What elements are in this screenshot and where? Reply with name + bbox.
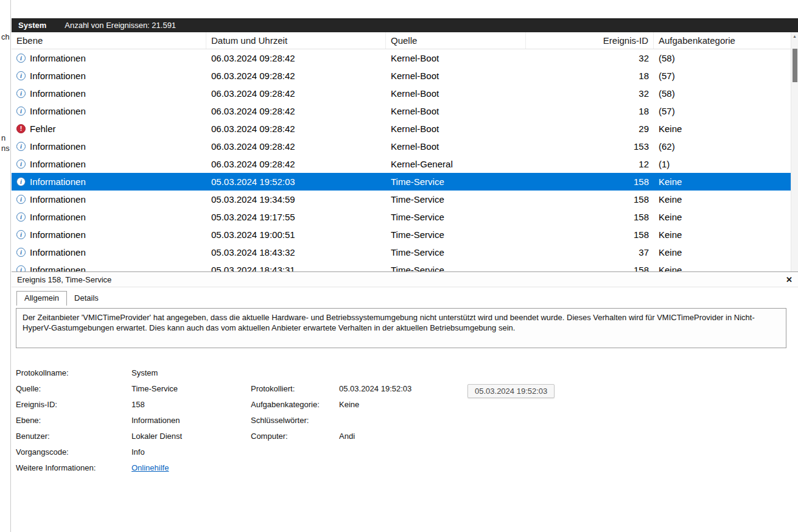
level-label: Informationen xyxy=(30,71,86,81)
event-detail-pane: Ereignis 158, Time-Service ✕ Allgemein D… xyxy=(12,271,798,532)
category-cell: Keine xyxy=(654,124,791,134)
column-header-quelle[interactable]: Quelle xyxy=(386,32,526,49)
event-row[interactable]: iInformationen05.03.2024 18:43:32Time-Se… xyxy=(12,243,791,261)
event-table-body: iInformationen06.03.2024 09:28:42Kernel-… xyxy=(12,49,791,271)
event-row[interactable]: iInformationen06.03.2024 09:28:42Kernel-… xyxy=(12,138,791,155)
nav-tree-fragment: ch xyxy=(1,32,10,41)
tab-details[interactable]: Details xyxy=(67,291,106,306)
field-value: 158 xyxy=(131,400,251,409)
datetime-cell: 06.03.2024 09:28:42 xyxy=(206,159,386,169)
level-label: Informationen xyxy=(30,141,86,152)
category-cell: (57) xyxy=(654,106,791,116)
event-id-cell: 29 xyxy=(526,124,654,134)
source-cell: Time-Service xyxy=(386,247,526,257)
field-value: Time-Service xyxy=(131,384,251,393)
source-cell: Time-Service xyxy=(386,177,526,187)
scrollbar-thumb[interactable] xyxy=(793,49,797,82)
source-cell: Kernel-Boot xyxy=(386,53,526,63)
close-icon[interactable]: ✕ xyxy=(786,275,793,284)
field-value: Info xyxy=(131,447,251,457)
info-icon: i xyxy=(16,71,26,80)
field-label: Protokollname: xyxy=(16,368,131,377)
source-cell: Time-Service xyxy=(386,194,526,205)
level-label: Informationen xyxy=(30,106,86,116)
scroll-up-icon[interactable]: ▲ xyxy=(791,34,798,38)
tab-allgemein[interactable]: Allgemein xyxy=(16,291,67,306)
error-icon: ! xyxy=(16,124,26,133)
detail-field-row: Protokollname:System xyxy=(16,365,786,380)
event-row[interactable]: iInformationen05.03.2024 19:34:59Time-Se… xyxy=(12,191,791,208)
category-cell: Keine xyxy=(654,265,791,271)
info-icon: i xyxy=(16,195,26,204)
event-row[interactable]: iInformationen05.03.2024 19:00:51Time-Se… xyxy=(12,226,791,243)
source-cell: Kernel-Boot xyxy=(386,141,526,152)
level-cell: iInformationen xyxy=(12,212,206,222)
datetime-cell: 05.03.2024 19:00:51 xyxy=(206,229,386,240)
nav-tree-sliver: ch n ns xyxy=(0,0,11,532)
level-cell: iInformationen xyxy=(12,53,206,63)
source-cell: Kernel-Boot xyxy=(386,106,526,116)
source-cell: Kernel-Boot xyxy=(386,71,526,81)
category-cell: Keine xyxy=(654,212,791,222)
source-cell: Kernel-Boot xyxy=(386,124,526,134)
event-row[interactable]: iInformationen05.03.2024 18:43:31Time-Se… xyxy=(12,261,791,271)
level-cell: iInformationen xyxy=(12,159,206,169)
info-icon: i xyxy=(16,54,26,63)
datetime-cell: 05.03.2024 18:43:31 xyxy=(206,265,386,271)
level-label: Informationen xyxy=(30,229,86,240)
event-list-scrollbar[interactable]: ▲ xyxy=(791,32,798,271)
field-value: System xyxy=(131,368,251,377)
field-label: Quelle: xyxy=(16,384,131,393)
category-cell: (57) xyxy=(654,71,791,81)
field-label: Computer: xyxy=(251,432,339,441)
event-count-label: Anzahl von Ereignissen: 21.591 xyxy=(65,21,176,30)
detail-fields: Protokollname:SystemQuelle:Time-ServiceP… xyxy=(16,365,786,475)
level-label: Informationen xyxy=(30,177,86,187)
event-row[interactable]: iInformationen06.03.2024 09:28:42Kernel-… xyxy=(12,85,791,102)
column-header-aufgabenkategorie[interactable]: Aufgabenkategorie xyxy=(654,32,791,49)
event-row[interactable]: !Fehler06.03.2024 09:28:42Kernel-Boot29K… xyxy=(12,120,791,138)
datetime-cell: 05.03.2024 19:52:03 xyxy=(206,177,386,187)
datetime-cell: 06.03.2024 09:28:42 xyxy=(206,88,386,99)
event-row[interactable]: iInformationen05.03.2024 19:52:03Time-Se… xyxy=(12,173,791,191)
datetime-cell: 06.03.2024 09:28:42 xyxy=(206,124,386,134)
field-label: Ereignis-ID: xyxy=(16,400,131,409)
level-cell: !Fehler xyxy=(12,124,206,134)
datetime-cell: 05.03.2024 19:34:59 xyxy=(206,194,386,205)
event-row[interactable]: iInformationen06.03.2024 09:28:42Kernel-… xyxy=(12,49,791,67)
column-header-datum-und-uhrzeit[interactable]: Datum und Uhrzeit xyxy=(206,32,386,49)
event-id-cell: 158 xyxy=(526,265,654,271)
level-cell: iInformationen xyxy=(12,177,206,187)
datetime-cell: 06.03.2024 09:28:42 xyxy=(206,106,386,116)
field-label: Weitere Informationen: xyxy=(16,463,131,472)
event-id-cell: 158 xyxy=(526,229,654,240)
field-label: Ebene: xyxy=(16,416,131,425)
source-cell: Time-Service xyxy=(386,212,526,222)
event-row[interactable]: iInformationen06.03.2024 09:28:42Kernel-… xyxy=(12,102,791,120)
field-value: Andi xyxy=(339,432,786,441)
category-cell: Keine xyxy=(654,247,791,257)
event-id-cell: 158 xyxy=(526,194,654,205)
level-label: Informationen xyxy=(30,194,86,205)
event-row[interactable]: iInformationen05.03.2024 19:17:55Time-Se… xyxy=(12,208,791,226)
category-cell: (58) xyxy=(654,53,791,63)
category-cell: (1) xyxy=(654,159,791,169)
column-header-ereignis-id[interactable]: Ereignis-ID xyxy=(526,32,654,49)
event-row[interactable]: iInformationen06.03.2024 09:28:42Kernel-… xyxy=(12,155,791,173)
level-cell: iInformationen xyxy=(12,229,206,240)
event-id-cell: 12 xyxy=(526,159,654,169)
event-viewer-main: System Anzahl von Ereignissen: 21.591 Eb… xyxy=(12,0,798,532)
source-cell: Time-Service xyxy=(386,265,526,271)
info-icon: i xyxy=(16,89,26,98)
column-header-ebene[interactable]: Ebene xyxy=(12,32,206,49)
field-label: Vorgangscode: xyxy=(16,447,131,457)
detail-pane-title: Ereignis 158, Time-Service xyxy=(17,275,111,284)
event-row[interactable]: iInformationen06.03.2024 09:28:42Kernel-… xyxy=(12,67,791,85)
level-cell: iInformationen xyxy=(12,71,206,81)
event-description: Der Zeitanbieter 'VMICTimeProvider' hat … xyxy=(16,308,786,348)
nav-tree-fragment: ns xyxy=(1,144,10,153)
log-title-bar: System Anzahl von Ereignissen: 21.591 xyxy=(12,18,798,32)
onlinehilfe-link[interactable]: Onlinehilfe xyxy=(131,463,251,472)
level-label: Informationen xyxy=(30,265,86,271)
level-label: Informationen xyxy=(30,159,86,169)
